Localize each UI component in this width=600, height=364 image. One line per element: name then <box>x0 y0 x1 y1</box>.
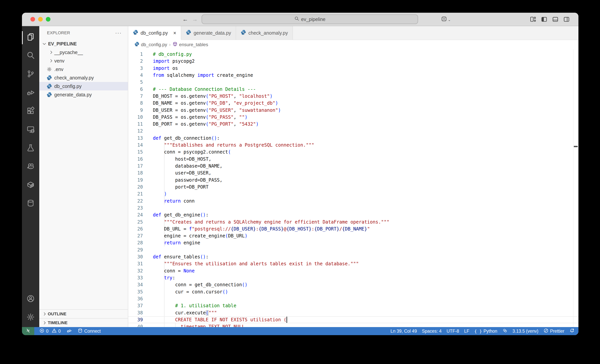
file-row-.env[interactable]: .env <box>39 65 128 73</box>
status-item-encoding[interactable]: UTF-8 <box>447 329 459 334</box>
status-item-db-connect[interactable]: Connect <box>78 328 101 334</box>
status-item-indentation[interactable]: Spaces: 4 <box>422 329 441 334</box>
breadcrumb-item-db_config.py[interactable]: db_config.py <box>134 42 167 48</box>
tree-root-EV_PIPELINE[interactable]: EV_PIPELINE <box>39 40 128 48</box>
code-line-13[interactable]: 13def get_db_connection(): <box>128 135 578 142</box>
code-line-40[interactable]: 40 timestamp TEXT NOT NULL, <box>128 323 578 327</box>
code-line-17[interactable]: 17 database=DB_NAME, <box>128 163 578 170</box>
code-line-5[interactable]: 5 <box>128 79 578 86</box>
command-center-search[interactable]: ev_pipeline <box>202 14 418 24</box>
activity-bar-item-explorer[interactable] <box>22 28 39 47</box>
minimize-window-button[interactable] <box>38 17 43 22</box>
status-item-problems[interactable]: 00 <box>39 328 61 334</box>
code-line-37[interactable]: 37 # 1. utilisation table <box>128 302 578 309</box>
code-line-32[interactable]: 32 conn = None <box>128 267 578 274</box>
file-row-db_config.py[interactable]: db_config.py <box>39 82 128 91</box>
tab-db_config.py[interactable]: db_config.py× <box>128 26 181 40</box>
activity-bar-item-database[interactable] <box>22 195 39 213</box>
code-token: " <box>367 226 370 232</box>
navigate-forward-icon[interactable]: → <box>192 16 198 22</box>
status-item-debug[interactable] <box>67 328 72 334</box>
toggle-panel-icon[interactable] <box>552 16 559 24</box>
activity-bar-item-testing[interactable] <box>22 139 39 158</box>
activity-bar-item-run-debug[interactable] <box>22 84 39 102</box>
toggle-primary-sidebar-icon[interactable] <box>541 16 548 24</box>
file-label: __pycache__ <box>54 50 83 55</box>
activity-bar-item-extensions[interactable] <box>22 102 39 121</box>
code-line-10[interactable]: 10DB_PASS = os.getenv("PG_PASS", "") <box>128 114 578 121</box>
code-line-14[interactable]: 14 """Establishes and returns a PostgreS… <box>128 142 578 148</box>
activity-bar-item-containers[interactable] <box>22 176 39 195</box>
code-token: , <box>234 114 239 120</box>
activity-bar-item-search[interactable] <box>22 47 39 65</box>
explorer-more-actions-icon[interactable]: ··· <box>115 30 122 36</box>
code-line-26[interactable]: 26 DB_URL = f"postgresql://{DB_USER}:{DB… <box>128 226 578 232</box>
status-item-python-env[interactable] <box>502 328 507 334</box>
status-item-notifications[interactable] <box>569 328 575 334</box>
code-line-18[interactable]: 18 user=DB_USER, <box>128 170 578 176</box>
tab-generate_data.py[interactable]: generate_data.py <box>181 26 236 40</box>
status-item-python-version[interactable]: 3.13.5 (venv) <box>513 329 538 334</box>
remote-indicator[interactable] <box>22 327 34 335</box>
code-line-22[interactable]: 22 return conn <box>128 198 578 205</box>
copilot-chat-icon <box>441 16 448 24</box>
code-line-33[interactable]: 33 try: <box>128 274 578 281</box>
code-line-6[interactable]: 6# --- Database Connection Details --- <box>128 86 578 93</box>
activity-bar-item-source-control[interactable] <box>22 65 39 84</box>
status-item-language-mode[interactable]: { }Python <box>474 329 497 334</box>
activity-bar-item-accounts[interactable] <box>22 290 39 309</box>
code-editor[interactable]: 1# db_config.py2import psycopg23import o… <box>128 49 578 327</box>
code-line-31[interactable]: 31 """Ensures the utilisation and alerts… <box>128 260 578 267</box>
tab-close-icon[interactable]: × <box>173 30 176 36</box>
status-item-formatter[interactable]: Prettier <box>544 328 564 334</box>
code-line-39[interactable]: 39 CREATE TABLE IF NOT EXISTS utilisatio… <box>128 316 578 323</box>
code-line-19[interactable]: 19 password=DB_PASS, <box>128 177 578 183</box>
code-line-4[interactable]: 4from sqlalchemy import create_engine <box>128 72 578 79</box>
code-token <box>153 142 164 148</box>
copilot-chat-button[interactable]: ⌄ <box>441 16 451 24</box>
code-line-25[interactable]: 25 """Creates and returns a SQLAlchemy e… <box>128 218 578 226</box>
code-line-24[interactable]: 24def get_db_engine(): <box>128 211 578 218</box>
file-row-__pycache__[interactable]: __pycache__ <box>39 48 128 56</box>
activity-bar-item-copilot[interactable] <box>22 158 39 176</box>
explorer-icon <box>26 33 35 43</box>
code-line-2[interactable]: 2import psycopg2 <box>128 58 578 65</box>
timeline-section[interactable]: TIMELINE <box>39 318 128 327</box>
tab-check_anomaly.py[interactable]: check_anomaly.py <box>236 26 293 40</box>
code-line-8[interactable]: 8DB_NAME = os.getenv("PG_DB", "ev_projec… <box>128 100 578 107</box>
code-line-36[interactable]: 36 <box>128 295 578 302</box>
code-line-7[interactable]: 7DB_HOST = os.getenv("PG_HOST", "localho… <box>128 93 578 100</box>
status-item-cursor-position[interactable]: Ln 39, Col 49 <box>391 329 417 334</box>
toggle-secondary-sidebar-icon[interactable] <box>563 16 570 24</box>
code-line-11[interactable]: 11DB_PORT = os.getenv("PG_PORT", "5432") <box>128 121 578 127</box>
close-window-button[interactable] <box>30 17 35 22</box>
code-line-21[interactable]: 21 ) <box>128 191 578 197</box>
outline-section[interactable]: OUTLINE <box>39 309 128 318</box>
breadcrumb-item-ensure_tables[interactable]: ensure_tables <box>173 42 208 48</box>
code-line-9[interactable]: 9DB_USER = os.getenv("PG_USER", "suwatta… <box>128 107 578 114</box>
code-line-30[interactable]: 30def ensure_tables(): <box>128 253 578 260</box>
activity-bar-item-settings[interactable] <box>22 309 39 327</box>
activity-bar-item-remote-explorer[interactable] <box>22 121 39 139</box>
code-line-35[interactable]: 35 cur = conn.cursor() <box>128 288 578 295</box>
file-row-generate_data.py[interactable]: generate_data.py <box>39 91 128 99</box>
line-number: 3 <box>128 65 153 72</box>
code-line-34[interactable]: 34 conn = get_db_connection() <box>128 281 578 288</box>
code-line-23[interactable]: 23 <box>128 205 578 211</box>
code-line-3[interactable]: 3import os <box>128 65 578 72</box>
customize-layout-icon[interactable] <box>530 16 536 24</box>
code-line-12[interactable]: 12 <box>128 127 578 135</box>
code-line-1[interactable]: 1# db_config.py <box>128 51 578 58</box>
code-line-15[interactable]: 15 conn = psycopg2.connect( <box>128 148 578 155</box>
code-line-20[interactable]: 20 port=DB_PORT <box>128 183 578 191</box>
file-row-venv[interactable]: venv <box>39 56 128 65</box>
code-line-29[interactable]: 29 <box>128 246 578 253</box>
code-line-27[interactable]: 27 engine = create_engine(DB_URL) <box>128 232 578 239</box>
status-item-eol[interactable]: LF <box>464 329 469 334</box>
code-line-16[interactable]: 16 host=DB_HOST, <box>128 156 578 163</box>
file-row-check_anomaly.py[interactable]: check_anomaly.py <box>39 73 128 82</box>
navigate-back-icon[interactable]: ← <box>182 16 188 22</box>
code-line-28[interactable]: 28 return engine <box>128 239 578 246</box>
code-line-38[interactable]: 38 cur.execute(""" <box>128 309 578 316</box>
zoom-window-button[interactable] <box>46 17 50 22</box>
